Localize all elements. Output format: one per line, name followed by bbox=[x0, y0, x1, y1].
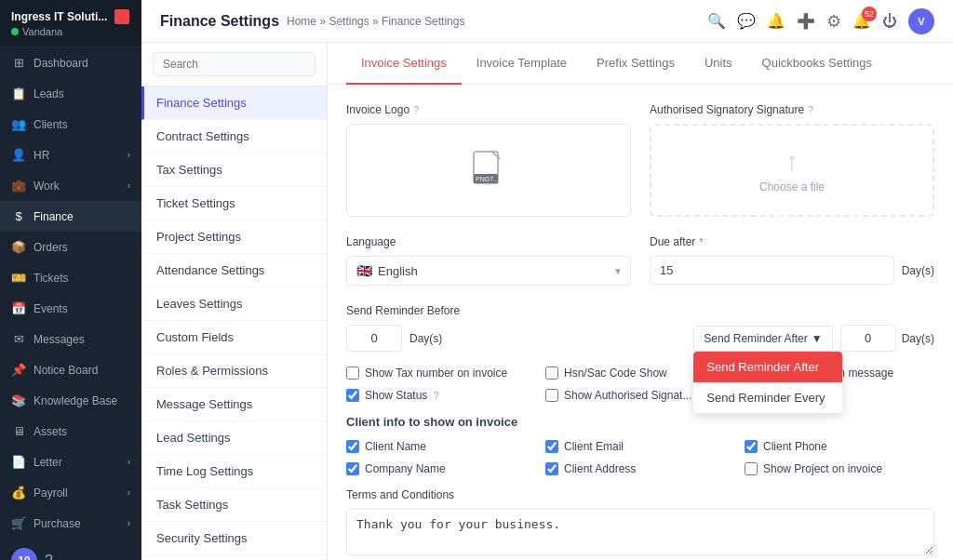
tab-units[interactable]: Units bbox=[690, 43, 747, 85]
sidebar: Ingress IT Soluti... Vandana ⊞ Dashboard… bbox=[0, 0, 141, 560]
form-content: Invoice Logo ? PNG7... bbox=[328, 85, 953, 560]
due-after-label: Due after * bbox=[650, 235, 934, 248]
chat-icon[interactable]: 💬 bbox=[737, 12, 756, 30]
settings-cog-icon[interactable]: ⚙ bbox=[826, 11, 841, 32]
purchase-chevron-icon: › bbox=[128, 518, 130, 528]
sidebar-item-clients[interactable]: 👥 Clients bbox=[0, 109, 141, 140]
header-red-badge bbox=[114, 9, 129, 24]
tab-quickbooks[interactable]: Quickbooks Settings bbox=[747, 43, 888, 85]
settings-menu-security[interactable]: Security Settings bbox=[141, 522, 327, 555]
sidebar-header-info: Ingress IT Soluti... Vandana bbox=[11, 9, 129, 37]
settings-menu-leaves[interactable]: Leaves Settings bbox=[141, 287, 327, 321]
sidebar-item-knowledge[interactable]: 📚 Knowledge Base bbox=[0, 385, 141, 416]
reminder-before-section: Send Reminder Before Day(s) Send Reminde… bbox=[346, 304, 934, 352]
notifications-icon[interactable]: 🔔 52 bbox=[852, 12, 871, 30]
sidebar-item-events[interactable]: 📅 Events bbox=[0, 293, 141, 324]
checkbox-client-address[interactable]: Client Address bbox=[545, 462, 735, 475]
due-after-input[interactable] bbox=[650, 256, 894, 285]
tax-number-label: Show Tax number on invoice bbox=[365, 367, 507, 380]
show-status-checkbox[interactable] bbox=[346, 389, 359, 402]
sidebar-item-dashboard[interactable]: ⊞ Dashboard bbox=[0, 47, 141, 78]
client-address-label: Client Address bbox=[564, 462, 636, 475]
dropdown-option-every[interactable]: Send Reminder Every bbox=[693, 382, 842, 413]
checkbox-company-name[interactable]: Company Name bbox=[346, 462, 536, 475]
show-status-help-icon[interactable]: ? bbox=[433, 390, 438, 401]
checkbox-client-name[interactable]: Client Name bbox=[346, 440, 536, 453]
signature-help-icon[interactable]: ? bbox=[808, 104, 813, 115]
company-name-checkbox[interactable] bbox=[346, 462, 359, 475]
sidebar-item-tickets[interactable]: 🎫 Tickets bbox=[0, 262, 141, 293]
tab-invoice-settings[interactable]: Invoice Settings bbox=[346, 43, 462, 85]
search-icon[interactable]: 🔍 bbox=[707, 12, 726, 30]
tabs-bar: Invoice Settings Invoice Template Prefix… bbox=[328, 43, 953, 85]
main-area: Finance Settings Home » Settings » Finan… bbox=[141, 0, 953, 560]
reminder-before-unit: Day(s) bbox=[409, 332, 442, 345]
sidebar-item-orders[interactable]: 📦 Orders bbox=[0, 232, 141, 262]
sidebar-label-payroll: Payroll bbox=[34, 487, 68, 500]
sidebar-label-assets: Assets bbox=[34, 425, 67, 438]
reminder-after-input[interactable] bbox=[840, 325, 896, 352]
settings-menu-attendance[interactable]: Attendance Settings bbox=[141, 254, 327, 287]
sidebar-item-assets[interactable]: 🖥 Assets bbox=[0, 416, 141, 447]
tab-invoice-template[interactable]: Invoice Template bbox=[462, 43, 582, 85]
plus-icon[interactable]: ➕ bbox=[797, 12, 815, 30]
settings-menu-contract[interactable]: Contract Settings bbox=[141, 120, 327, 153]
sidebar-item-letter[interactable]: 📄 Letter › bbox=[0, 447, 141, 477]
checkbox-show-status[interactable]: Show Status ? bbox=[346, 389, 536, 402]
sidebar-label-purchase: Purchase bbox=[34, 517, 81, 530]
tax-number-checkbox[interactable] bbox=[346, 367, 359, 380]
sidebar-label-noticeboard: Notice Board bbox=[34, 364, 98, 377]
authorised-sig-checkbox[interactable] bbox=[545, 389, 558, 402]
terms-textarea[interactable]: Thank you for your business. bbox=[346, 509, 934, 555]
settings-menu-tax[interactable]: Tax Settings bbox=[141, 153, 327, 187]
user-name: Vandana bbox=[22, 26, 62, 37]
checkbox-client-email[interactable]: Client Email bbox=[545, 440, 735, 453]
language-select[interactable]: 🇬🇧 English ▼ bbox=[346, 256, 631, 286]
settings-menu-project[interactable]: Project Settings bbox=[141, 220, 327, 254]
send-reminder-after-button[interactable]: Send Reminder After ▼ bbox=[693, 326, 832, 352]
clients-icon: 👥 bbox=[11, 117, 26, 131]
messages-icon: ✉ bbox=[11, 332, 26, 346]
client-name-checkbox[interactable] bbox=[346, 440, 359, 453]
settings-menu-lead[interactable]: Lead Settings bbox=[141, 421, 327, 455]
sidebar-item-work[interactable]: 💼 Work › bbox=[0, 170, 141, 201]
reminder-before-input[interactable] bbox=[346, 325, 402, 352]
settings-menu-task[interactable]: Task Settings bbox=[141, 488, 327, 522]
settings-menu-ticket[interactable]: Ticket Settings bbox=[141, 187, 327, 220]
show-project-checkbox[interactable] bbox=[745, 462, 758, 475]
sidebar-item-hr[interactable]: 👤 HR › bbox=[0, 140, 141, 170]
sidebar-item-payroll[interactable]: 💰 Payroll › bbox=[0, 477, 141, 508]
help-icon[interactable]: ? bbox=[45, 553, 53, 560]
avatar[interactable]: V bbox=[908, 8, 934, 34]
checkbox-show-project[interactable]: Show Project on invoice bbox=[745, 462, 934, 475]
sidebar-item-noticeboard[interactable]: 📌 Notice Board bbox=[0, 354, 141, 385]
logo-upload-box[interactable]: PNG7... bbox=[346, 124, 631, 217]
sidebar-label-knowledge: Knowledge Base bbox=[34, 394, 117, 407]
assets-icon: 🖥 bbox=[11, 424, 26, 438]
client-info-section: Client info to show on invoice Client Na… bbox=[346, 415, 934, 475]
tab-prefix-settings[interactable]: Prefix Settings bbox=[582, 43, 690, 85]
checkbox-client-phone[interactable]: Client Phone bbox=[745, 440, 934, 453]
settings-menu-theme[interactable]: Theme Settings bbox=[141, 555, 327, 560]
signature-upload-box[interactable]: ↑ Choose a file bbox=[650, 124, 934, 217]
settings-menu-message[interactable]: Message Settings bbox=[141, 388, 327, 421]
client-email-checkbox[interactable] bbox=[545, 440, 558, 453]
settings-menu-timelog[interactable]: Time Log Settings bbox=[141, 455, 327, 488]
checkbox-tax-number[interactable]: Show Tax number on invoice bbox=[346, 367, 536, 380]
client-phone-checkbox[interactable] bbox=[745, 440, 758, 453]
authorised-sig-label: Show Authorised Signat... bbox=[564, 389, 691, 402]
sidebar-item-messages[interactable]: ✉ Messages bbox=[0, 324, 141, 354]
search-input[interactable] bbox=[153, 52, 315, 76]
power-icon[interactable]: ⏻ bbox=[882, 13, 897, 30]
hsn-sac-checkbox[interactable] bbox=[545, 367, 558, 380]
settings-menu-finance[interactable]: Finance Settings bbox=[141, 87, 327, 120]
dropdown-option-after[interactable]: Send Reminder After bbox=[693, 352, 842, 382]
logo-help-icon[interactable]: ? bbox=[413, 104, 419, 115]
client-address-checkbox[interactable] bbox=[545, 462, 558, 475]
settings-menu-custom-fields[interactable]: Custom Fields bbox=[141, 321, 327, 354]
sidebar-item-leads[interactable]: 📋 Leads bbox=[0, 78, 141, 109]
sidebar-item-purchase[interactable]: 🛒 Purchase › bbox=[0, 508, 141, 539]
bell-icon[interactable]: 🔔 bbox=[767, 12, 785, 30]
sidebar-item-finance[interactable]: $ Finance bbox=[0, 201, 141, 232]
settings-menu-roles[interactable]: Roles & Permissions bbox=[141, 354, 327, 388]
